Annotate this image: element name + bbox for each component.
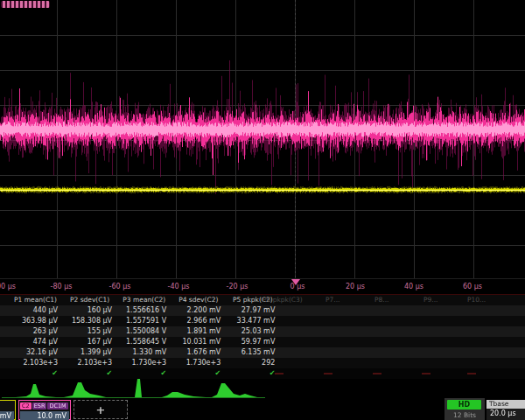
measure-header-p4[interactable]: P4 sdev(C2) bbox=[173, 295, 223, 305]
measure-value: 2.200 mV bbox=[173, 305, 223, 316]
measure-value: 263 µV bbox=[10, 326, 60, 337]
channel-c1-descriptor[interactable]: C1 DC1M 10.0 mV bbox=[0, 400, 16, 420]
measure-value: 33.477 mV bbox=[228, 316, 277, 326]
measure-header-p9[interactable]: P9... bbox=[424, 295, 438, 305]
add-trace-button[interactable]: + bbox=[74, 400, 128, 419]
timebase-descriptor[interactable]: Tbase 20.0 µs bbox=[486, 400, 525, 420]
measure-value: 1.330 mV bbox=[119, 347, 169, 358]
measure-value: 363.98 µV bbox=[10, 316, 60, 326]
measure-row-num: 2.103e+3 2.103e+3 1.730e+3 1.730e+3 292 bbox=[0, 358, 525, 368]
measure-value: 474 µV bbox=[10, 337, 60, 347]
measure-value: 1.558645 V bbox=[119, 337, 169, 347]
measure-value: 1.557591 V bbox=[119, 316, 169, 326]
measure-value: 2.966 mV bbox=[173, 316, 223, 326]
axis-tick-label: -60 µs bbox=[109, 283, 131, 290]
trigger-position-icon[interactable] bbox=[291, 279, 300, 285]
measure-row-mean: 363.98 µV 158.308 µV 1.557591 V 2.966 mV… bbox=[0, 316, 525, 326]
measure-value: 1.730e+3 bbox=[119, 358, 169, 368]
axis-tick-label: 20 µs bbox=[346, 283, 365, 290]
measure-value: 2.103e+3 bbox=[10, 358, 60, 368]
measure-value: 59.97 mV bbox=[228, 337, 277, 347]
axis-tick-label: -40 µs bbox=[168, 283, 190, 290]
hd-bits-label: 12 Bits bbox=[447, 411, 482, 419]
measure-value: 10.031 mV bbox=[173, 337, 223, 347]
measure-header-p10[interactable]: P10... bbox=[467, 295, 486, 305]
status-na-icon bbox=[324, 373, 332, 374]
axis-tick-label: -100 µs bbox=[0, 283, 16, 290]
c2-coupling-badge: DC1M bbox=[47, 402, 67, 410]
c2-esr-badge: ESR bbox=[32, 402, 47, 410]
measure-header-p1[interactable]: P1 mean(C1) bbox=[10, 295, 60, 305]
tbase-label: Tbase bbox=[486, 400, 525, 409]
measure-value: 1.676 mV bbox=[173, 347, 223, 358]
measure-value: 167 µV bbox=[65, 337, 115, 347]
measure-header-p8[interactable]: P8... bbox=[374, 295, 388, 305]
descriptor-bar: C1 DC1M 10.0 mV C2 ESR DC1M 10.0 mV + HD… bbox=[0, 400, 525, 420]
status-ok-icon: ✔ bbox=[10, 368, 60, 379]
measure-value: 155 µV bbox=[65, 326, 115, 337]
tbase-scale: 20.0 µs bbox=[486, 409, 525, 419]
axis-tick-label: 40 µs bbox=[404, 283, 424, 290]
measurement-table: P1 mean(C1) P2 sdev(C1) P3 mean(C2) P4 s… bbox=[0, 294, 525, 380]
status-ok-icon: ✔ bbox=[119, 368, 169, 379]
c1-vertical-scale: 10.0 mV bbox=[0, 411, 14, 420]
axis-tick-label: 60 µs bbox=[463, 283, 482, 290]
measure-row-sdev: 32.16 µV 1.399 µV 1.330 mV 1.676 mV 6.13… bbox=[0, 347, 525, 358]
measure-header-p3[interactable]: P3 mean(C2) bbox=[119, 295, 169, 305]
measure-value: 25.03 mV bbox=[228, 326, 277, 337]
measure-value: 160 µV bbox=[65, 305, 115, 316]
oscilloscope-screen: -100 µs -80 µs -60 µs -40 µs -20 µs 0 µs… bbox=[0, 0, 525, 420]
status-na-icon bbox=[422, 373, 430, 374]
measure-value: 1.550084 V bbox=[119, 326, 169, 337]
status-na-icon bbox=[275, 373, 284, 374]
measure-value: 292 bbox=[228, 358, 277, 368]
measure-value: 1.399 µV bbox=[65, 347, 115, 358]
measure-value: 27.97 mV bbox=[228, 305, 277, 316]
measure-value: 158.308 µV bbox=[65, 316, 115, 326]
c2-label: C2 bbox=[20, 402, 32, 410]
measurement-histicons bbox=[0, 379, 525, 400]
status-ok-icon: ✔ bbox=[65, 368, 115, 379]
status-ok-icon: ✔ bbox=[228, 368, 277, 379]
axis-tick-label: -20 µs bbox=[227, 283, 248, 290]
measure-header-row: P1 mean(C1) P2 sdev(C1) P3 mean(C2) P4 s… bbox=[0, 295, 525, 305]
measure-value: 2.103e+3 bbox=[65, 358, 115, 368]
measure-value: 1.730e+3 bbox=[173, 358, 223, 368]
measure-row-status: ✔ ✔ ✔ ✔ ✔ bbox=[0, 368, 525, 379]
measure-value: 6.135 mV bbox=[228, 347, 277, 358]
status-ok-icon: ✔ bbox=[173, 368, 223, 379]
measure-value: 440 µV bbox=[10, 305, 60, 316]
hd-mode-badge[interactable]: HD bbox=[447, 400, 481, 410]
measure-row-min: 263 µV 155 µV 1.550084 V 1.891 mV 25.03 … bbox=[0, 326, 525, 337]
c2-vertical-scale: 10.0 mV bbox=[20, 411, 69, 420]
measure-header-p2[interactable]: P2 sdev(C1) bbox=[65, 295, 115, 305]
axis-tick-label: -80 µs bbox=[51, 283, 73, 290]
measure-value: 32.16 µV bbox=[10, 347, 60, 358]
waveform-display[interactable] bbox=[0, 0, 525, 278]
status-na-icon bbox=[373, 373, 382, 374]
channel-c2-descriptor[interactable]: C2 ESR DC1M 10.0 mV bbox=[18, 400, 71, 420]
measure-value: 1.891 mV bbox=[173, 326, 223, 337]
timebase-axis: -100 µs -80 µs -60 µs -40 µs -20 µs 0 µs… bbox=[0, 278, 525, 295]
measure-row-value: 440 µV 160 µV 1.556616 V 2.200 mV 27.97 … bbox=[0, 305, 525, 316]
trace-annotation-badge bbox=[1, 1, 50, 8]
measure-header-p7[interactable]: P7... bbox=[326, 295, 340, 305]
measure-header-p6[interactable]: P6 pkpk(C3) bbox=[262, 295, 303, 305]
measure-row-max: 474 µV 167 µV 1.558645 V 10.031 mV 59.97… bbox=[0, 337, 525, 347]
measure-value: 1.556616 V bbox=[119, 305, 169, 316]
status-na-icon bbox=[467, 373, 476, 374]
